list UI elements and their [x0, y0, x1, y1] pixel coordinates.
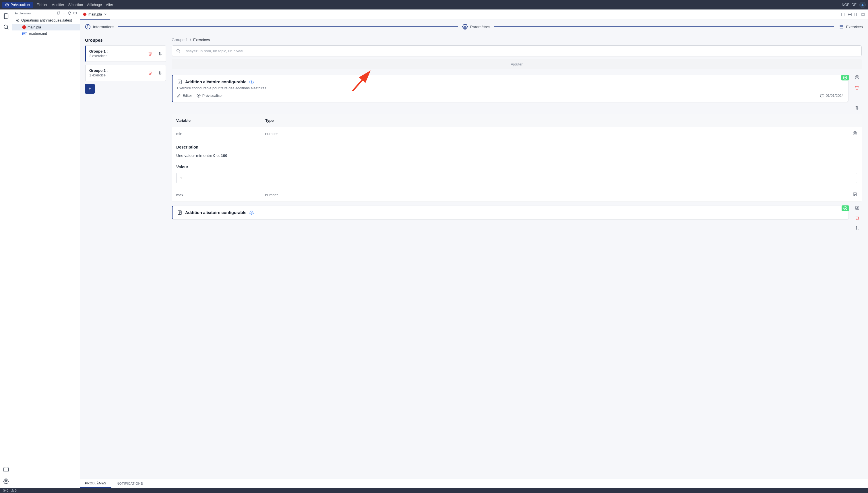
breadcrumb-item[interactable]: Groupe 1 — [172, 38, 188, 42]
explorer-action[interactable] — [2, 12, 10, 20]
group-card-2[interactable]: Groupe 2 : 1 exercice — [85, 65, 166, 81]
close-panel-icon[interactable] — [73, 11, 77, 15]
layout-2-icon[interactable] — [848, 12, 852, 17]
sort-icon[interactable] — [158, 71, 162, 75]
group-name: Groupe 1 — [89, 49, 106, 53]
search-icon — [176, 48, 181, 53]
file-main-pla[interactable]: main.pla — [12, 24, 80, 30]
nav-divider — [118, 26, 458, 27]
value-input[interactable] — [176, 173, 857, 183]
svg-marker-40 — [198, 95, 199, 97]
search-input[interactable] — [183, 49, 858, 53]
settings-action[interactable] — [2, 477, 10, 485]
new-file-icon[interactable] — [57, 11, 61, 15]
nav-informations[interactable]: Informations — [85, 24, 114, 29]
sort-icon[interactable] — [855, 106, 859, 110]
menu-selection[interactable]: Sélection — [68, 3, 83, 7]
add-group-button[interactable]: + — [85, 84, 95, 94]
trash-icon[interactable] — [855, 85, 859, 90]
file-readme[interactable]: M↓ readme.md — [12, 30, 80, 37]
var-name: max — [176, 193, 265, 197]
search-action[interactable] — [2, 23, 10, 31]
trash-icon[interactable] — [148, 52, 152, 56]
docs-action[interactable] — [2, 466, 10, 473]
warning-icon — [11, 489, 14, 492]
nav-parametres[interactable]: Paramètres — [462, 24, 490, 29]
tab-bar: main.pla × — [80, 9, 868, 20]
exercise-card[interactable]: Addition aléatoire configurable — [172, 206, 849, 219]
svg-point-3 — [4, 25, 7, 29]
trash-icon[interactable] — [855, 216, 860, 220]
preview-button[interactable]: Prévisualiser — [197, 94, 223, 98]
avatar[interactable] — [860, 2, 866, 8]
sort-icon[interactable] — [855, 226, 860, 230]
edit-button[interactable]: Éditer — [177, 94, 192, 98]
remove-circle-icon[interactable] — [855, 75, 860, 80]
search-box[interactable] — [172, 45, 862, 56]
explorer-header: Explorateur — [12, 9, 80, 17]
tab-problems[interactable]: Problèmes — [80, 479, 111, 488]
collapse-icon[interactable] — [62, 11, 66, 15]
document-icon — [177, 79, 182, 84]
close-icon[interactable]: × — [104, 12, 107, 17]
status-warnings[interactable]: 0 — [11, 489, 17, 492]
menu-go[interactable]: Aller — [106, 3, 113, 7]
group-card-1[interactable]: Groupe 1 : 2 exercices — [85, 45, 166, 62]
svg-point-2 — [862, 4, 863, 5]
remove-circle-icon[interactable] — [853, 131, 857, 135]
variable-detail: Description Une valeur min entre 0 et 10… — [172, 140, 862, 188]
status-bar: 0 0 — [0, 488, 868, 493]
pla-file-icon — [22, 25, 27, 30]
trash-icon[interactable] — [148, 71, 152, 75]
target-icon — [16, 19, 20, 22]
edit-square-icon[interactable] — [855, 206, 860, 210]
svg-point-60 — [12, 491, 13, 491]
gear-icon[interactable] — [249, 211, 254, 215]
table-header: Variable Type — [172, 114, 862, 127]
group-name: Groupe 2 — [89, 68, 106, 73]
project-root[interactable]: Opérations arithmétiques#latest — [12, 17, 80, 24]
layout-1-icon[interactable] — [841, 12, 845, 17]
document-icon — [177, 210, 182, 215]
brand-label: NGE IDE — [842, 3, 856, 7]
gear-icon[interactable] — [249, 80, 254, 84]
nav-exercices[interactable]: Exercices — [838, 24, 863, 29]
tab-notifications[interactable]: Notifications — [111, 479, 148, 488]
output-tabs: Problèmes Notifications — [80, 479, 868, 488]
svg-point-5 — [5, 481, 7, 482]
layout-4-icon[interactable] — [861, 12, 865, 17]
status-errors[interactable]: 0 — [3, 489, 8, 492]
tab-main-pla[interactable]: main.pla × — [80, 9, 110, 20]
search-icon — [3, 24, 9, 30]
sort-icon[interactable] — [158, 52, 162, 56]
breadcrumb-current: Exercices — [193, 38, 210, 42]
col-variable: Variable — [176, 119, 265, 123]
run-label: Prévisualiser — [10, 3, 30, 7]
menu-file[interactable]: Fichier — [37, 3, 48, 7]
md-file-icon: M↓ — [22, 32, 27, 35]
play-circle-icon — [5, 3, 9, 7]
status-badge — [842, 206, 849, 211]
svg-rect-20 — [862, 14, 864, 15]
table-row: max number — [172, 188, 862, 201]
add-exercise-button[interactable]: Ajouter — [172, 59, 862, 69]
run-preview-button[interactable]: Prévisualiser — [2, 2, 33, 8]
table-row: min number — [172, 127, 862, 140]
refresh-icon[interactable] — [68, 11, 71, 15]
separator — [855, 95, 855, 100]
file-label: main.pla — [27, 25, 41, 29]
file-label: readme.md — [29, 31, 47, 36]
menu-edit[interactable]: Modifier — [51, 3, 64, 7]
groups-title: Groupes — [85, 38, 166, 43]
exercise-card[interactable]: Addition aléatoire configurable Exercice… — [172, 75, 848, 102]
files-icon — [3, 13, 9, 19]
play-circle-icon — [197, 94, 201, 98]
layout-3-icon[interactable] — [854, 12, 859, 17]
var-name: min — [176, 132, 265, 136]
nav-label: Paramètres — [470, 25, 490, 29]
menu-view[interactable]: Affichage — [87, 3, 102, 7]
user-icon — [861, 3, 864, 7]
date-text: 01/01/2024 — [825, 94, 844, 98]
edit-square-icon[interactable] — [853, 192, 857, 196]
book-icon — [3, 467, 9, 473]
